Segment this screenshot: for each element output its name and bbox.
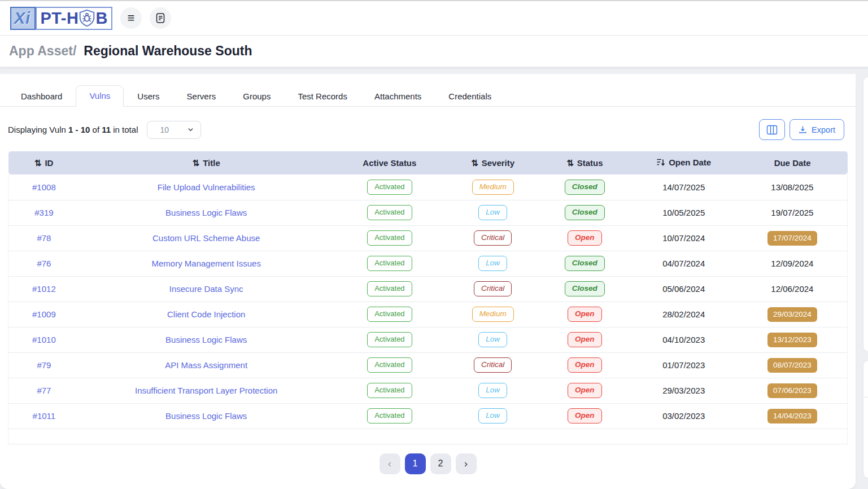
- vuln-title-link[interactable]: Business Logic Flaws: [165, 411, 247, 421]
- vuln-id-link[interactable]: #77: [37, 386, 51, 395]
- due-date-cell: 13/12/2023: [738, 327, 848, 352]
- tab-servers[interactable]: Servers: [173, 85, 230, 107]
- sort-icon: ⇅: [566, 158, 574, 168]
- severity-badge: Critical: [474, 230, 512, 246]
- offscreen-card-edge-top: [863, 77, 868, 352]
- pagination-page-1[interactable]: 1: [405, 453, 426, 474]
- active-status-badge: Activated: [367, 383, 412, 398]
- vuln-id-link[interactable]: #1011: [33, 411, 56, 421]
- vuln-id-link[interactable]: #78: [37, 233, 51, 243]
- tab-users[interactable]: Users: [124, 85, 173, 107]
- column-label: Active Status: [363, 158, 416, 168]
- vuln-id-link[interactable]: #1009: [32, 309, 56, 319]
- due-date-cell: 14/04/2023: [738, 403, 848, 429]
- open-date-value: 29/03/2023: [662, 386, 705, 395]
- open-date-cell: 01/07/2023: [630, 352, 738, 378]
- active-status-badge: Activated: [367, 180, 412, 195]
- open-date-value: 10/05/2025: [662, 208, 705, 217]
- severity-badge: Medium: [472, 307, 514, 322]
- tab-dashboard[interactable]: Dashboard: [7, 85, 76, 107]
- display-range: 1 - 10: [68, 125, 90, 134]
- status-badge: Open: [568, 383, 602, 398]
- sidebar-toggle-button[interactable]: ≡: [120, 7, 142, 29]
- severity-badge: Low: [478, 332, 507, 347]
- status-badge: Open: [568, 332, 602, 347]
- active-status-badge: Activated: [367, 205, 412, 220]
- open-date-cell: 10/07/2024: [630, 225, 738, 251]
- column-header-open-date[interactable]: Open Date: [630, 151, 738, 174]
- vuln-title-link[interactable]: Business Logic Flaws: [165, 335, 247, 344]
- vuln-id-link[interactable]: #76: [37, 259, 51, 268]
- page-size-select[interactable]: 10: [147, 121, 201, 139]
- column-label: Severity: [482, 158, 514, 168]
- vuln-title-link[interactable]: Insecure Data Sync: [169, 284, 243, 294]
- tab-test-records[interactable]: Test Records: [284, 85, 361, 107]
- column-header-due-date[interactable]: Due Date: [738, 151, 848, 174]
- sort-desc-icon: [656, 158, 665, 167]
- vuln-table: ⇅ID⇅TitleActive Status⇅Severity⇅StatusOp…: [8, 151, 848, 444]
- display-total: 11: [102, 125, 111, 134]
- table-columns-icon: [766, 125, 778, 135]
- due-date-cell: 12/09/2024: [738, 251, 848, 276]
- status-badge: Open: [568, 408, 602, 423]
- vuln-title-link[interactable]: Insufficient Transport Layer Protection: [135, 386, 277, 395]
- status-badge: Open: [568, 230, 602, 246]
- breadcrumb-section[interactable]: App Asset/: [9, 43, 76, 59]
- tab-attachments[interactable]: Attachments: [361, 85, 435, 107]
- export-button[interactable]: Export: [790, 119, 844, 140]
- table-row: #319Business Logic FlawsActivatedLowClos…: [8, 200, 848, 225]
- column-header-title[interactable]: ⇅Title: [80, 151, 333, 174]
- column-header-id[interactable]: ⇅ID: [8, 151, 80, 174]
- export-label: Export: [812, 125, 835, 134]
- due-date-overdue-badge: 07/06/2023: [767, 383, 817, 398]
- column-header-status[interactable]: ⇅Status: [539, 151, 630, 174]
- app-logo[interactable]: Xi PT-H B: [10, 7, 112, 30]
- active-status-badge: Activated: [367, 230, 412, 246]
- column-header-severity[interactable]: ⇅Severity: [446, 151, 539, 174]
- severity-badge: Low: [478, 383, 507, 398]
- vuln-title-link[interactable]: Client Code Injection: [167, 309, 245, 319]
- column-label: ID: [45, 158, 53, 168]
- vuln-title-link[interactable]: File Upload Vulnerabilities: [158, 182, 255, 192]
- vuln-id-link[interactable]: #1010: [32, 335, 56, 344]
- column-settings-button[interactable]: [759, 119, 785, 140]
- table-row: #79API Mass AssignmentActivatedCriticalO…: [8, 352, 848, 378]
- due-date-value: 13/08/2025: [771, 182, 813, 192]
- tab-groups[interactable]: Groups: [229, 85, 284, 107]
- pagination-prev-button[interactable]: ‹: [380, 453, 400, 474]
- chevron-down-icon: [187, 126, 194, 133]
- table-body: #1008File Upload VulnerabilitiesActivate…: [8, 174, 848, 444]
- vuln-id-link[interactable]: #319: [34, 208, 53, 217]
- table-row: #1011Business Logic FlawsActivatedLowOpe…: [8, 403, 848, 429]
- vuln-id-link[interactable]: #79: [37, 360, 51, 370]
- journal-text-icon: [155, 12, 166, 24]
- pagination-page-2[interactable]: 2: [430, 453, 451, 474]
- vuln-id-link[interactable]: #1012: [32, 284, 56, 294]
- vuln-title-link[interactable]: API Mass Assignment: [165, 360, 247, 370]
- vuln-title-link[interactable]: Business Logic Flaws: [165, 208, 247, 217]
- due-date-cell: 12/06/2024: [738, 276, 848, 302]
- notes-button[interactable]: [150, 7, 171, 29]
- due-date-cell: 17/07/2024: [738, 225, 848, 251]
- vuln-title-link[interactable]: Custom URL Scheme Abuse: [152, 233, 260, 243]
- due-date-value: 12/06/2024: [771, 284, 813, 294]
- table-row: #1010Business Logic FlawsActivatedLowOpe…: [8, 327, 848, 352]
- column-header-active-status[interactable]: Active Status: [333, 151, 447, 174]
- vuln-id-link[interactable]: #1008: [32, 182, 56, 192]
- severity-badge: Critical: [474, 357, 512, 373]
- due-date-value: 19/07/2025: [771, 208, 813, 217]
- open-date-cell: 04/10/2023: [630, 327, 738, 352]
- column-label: Status: [577, 158, 603, 168]
- open-date-value: 04/10/2023: [662, 335, 705, 344]
- pagination-next-button[interactable]: ›: [456, 453, 477, 474]
- open-date-cell: 14/07/2025: [630, 174, 738, 200]
- tab-vulns[interactable]: Vulns: [76, 85, 124, 107]
- due-date-overdue-badge: 17/07/2024: [767, 231, 817, 246]
- tab-credentials[interactable]: Credentials: [435, 85, 505, 107]
- open-date-cell: 04/07/2024: [630, 251, 738, 276]
- vuln-title-link[interactable]: Memory Management Issues: [151, 259, 260, 268]
- column-label: Due Date: [774, 158, 811, 168]
- active-status-badge: Activated: [367, 307, 412, 322]
- status-badge: Closed: [565, 256, 605, 271]
- due-date-overdue-badge: 13/12/2023: [767, 333, 817, 347]
